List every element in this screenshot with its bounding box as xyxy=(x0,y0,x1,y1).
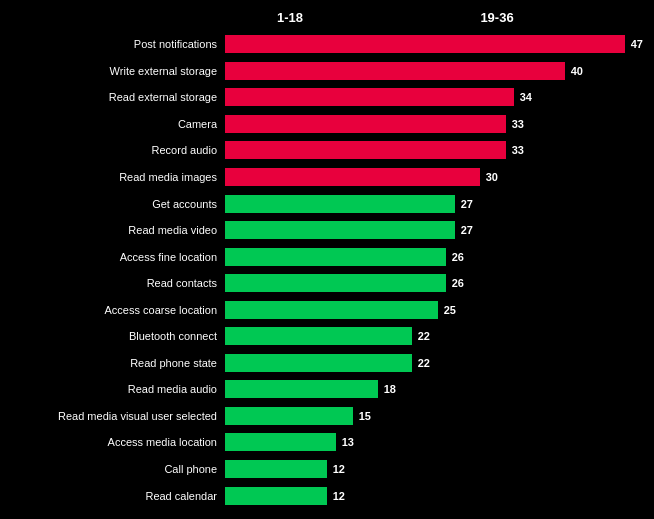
bar-value-label: 33 xyxy=(512,118,524,130)
bar-fill: 30 xyxy=(225,168,480,186)
bar-track: 12 xyxy=(225,460,644,478)
bar-value-label: 40 xyxy=(571,65,583,77)
bar-value-label: 12 xyxy=(333,490,345,502)
bar-value-label: 30 xyxy=(486,171,498,183)
bar-fill: 25 xyxy=(225,301,438,319)
bar-row: Access fine location26 xyxy=(10,246,644,268)
bar-fill: 13 xyxy=(225,433,336,451)
bar-label: Access coarse location xyxy=(10,304,225,316)
header-19-36: 19-36 xyxy=(350,10,644,25)
bar-track: 47 xyxy=(225,35,644,53)
bar-value-label: 34 xyxy=(520,91,532,103)
bar-row: Read media audio18 xyxy=(10,378,644,400)
bar-label: Record audio xyxy=(10,144,225,156)
bar-track: 25 xyxy=(225,301,644,319)
header-row: 1-18 19-36 xyxy=(10,10,644,25)
bar-track: 15 xyxy=(225,407,644,425)
bar-label: Write external storage xyxy=(10,65,225,77)
bar-track: 33 xyxy=(225,141,644,159)
bar-row: Access media location13 xyxy=(10,431,644,453)
bar-value-label: 18 xyxy=(384,383,396,395)
bar-fill: 12 xyxy=(225,460,327,478)
bar-label: Bluetooth connect xyxy=(10,330,225,342)
bar-label: Read media visual user selected xyxy=(10,410,225,422)
bar-track: 27 xyxy=(225,221,644,239)
header-1-18: 1-18 xyxy=(230,10,350,25)
bar-label: Read phone state xyxy=(10,357,225,369)
bar-track: 40 xyxy=(225,62,644,80)
bar-row: Access coarse location25 xyxy=(10,299,644,321)
bar-label: Post notifications xyxy=(10,38,225,50)
bar-value-label: 27 xyxy=(461,198,473,210)
bar-row: Read media video27 xyxy=(10,219,644,241)
bar-fill: 33 xyxy=(225,141,506,159)
bar-row: Read contacts26 xyxy=(10,272,644,294)
bar-value-label: 12 xyxy=(333,463,345,475)
bar-fill: 47 xyxy=(225,35,625,53)
bar-row: Read calendar12 xyxy=(10,485,644,507)
bar-label: Read media video xyxy=(10,224,225,236)
bar-fill: 34 xyxy=(225,88,514,106)
bar-row: Read media images30 xyxy=(10,166,644,188)
bar-fill: 40 xyxy=(225,62,565,80)
bar-value-label: 27 xyxy=(461,224,473,236)
bar-label: Access media location xyxy=(10,436,225,448)
chart-container: 1-18 19-36 Post notifications47Write ext… xyxy=(0,0,654,519)
bar-fill: 18 xyxy=(225,380,378,398)
bar-value-label: 47 xyxy=(631,38,643,50)
bar-track: 12 xyxy=(225,487,644,505)
bar-track: 26 xyxy=(225,248,644,266)
bar-fill: 33 xyxy=(225,115,506,133)
bar-label: Read external storage xyxy=(10,91,225,103)
bar-track: 22 xyxy=(225,354,644,372)
bar-label: Read contacts xyxy=(10,277,225,289)
bar-value-label: 25 xyxy=(444,304,456,316)
bar-label: Get accounts xyxy=(10,198,225,210)
bar-fill: 27 xyxy=(225,221,455,239)
bar-row: Call phone12 xyxy=(10,458,644,480)
bars-area: Post notifications47Write external stora… xyxy=(10,31,644,509)
bar-fill: 27 xyxy=(225,195,455,213)
bar-value-label: 22 xyxy=(418,357,430,369)
bar-track: 34 xyxy=(225,88,644,106)
bar-label: Read media images xyxy=(10,171,225,183)
bar-row: Read external storage34 xyxy=(10,86,644,108)
bar-track: 33 xyxy=(225,115,644,133)
bar-row: Camera33 xyxy=(10,113,644,135)
bar-label: Call phone xyxy=(10,463,225,475)
bar-fill: 12 xyxy=(225,487,327,505)
bar-fill: 15 xyxy=(225,407,353,425)
bar-value-label: 22 xyxy=(418,330,430,342)
bar-fill: 22 xyxy=(225,327,412,345)
bar-row: Write external storage40 xyxy=(10,60,644,82)
bar-label: Access fine location xyxy=(10,251,225,263)
bar-track: 22 xyxy=(225,327,644,345)
bar-track: 27 xyxy=(225,195,644,213)
bar-value-label: 26 xyxy=(452,251,464,263)
bar-row: Record audio33 xyxy=(10,139,644,161)
bar-value-label: 33 xyxy=(512,144,524,156)
bar-row: Post notifications47 xyxy=(10,33,644,55)
bar-row: Bluetooth connect22 xyxy=(10,325,644,347)
bar-fill: 22 xyxy=(225,354,412,372)
bar-row: Read media visual user selected15 xyxy=(10,405,644,427)
bar-track: 26 xyxy=(225,274,644,292)
bar-fill: 26 xyxy=(225,274,446,292)
bar-row: Read phone state22 xyxy=(10,352,644,374)
bar-value-label: 15 xyxy=(359,410,371,422)
bar-track: 18 xyxy=(225,380,644,398)
bar-label: Read calendar xyxy=(10,490,225,502)
bar-label: Read media audio xyxy=(10,383,225,395)
bar-fill: 26 xyxy=(225,248,446,266)
bar-value-label: 26 xyxy=(452,277,464,289)
bar-track: 30 xyxy=(225,168,644,186)
bar-track: 13 xyxy=(225,433,644,451)
bar-row: Get accounts27 xyxy=(10,193,644,215)
bar-label: Camera xyxy=(10,118,225,130)
bar-value-label: 13 xyxy=(342,436,354,448)
